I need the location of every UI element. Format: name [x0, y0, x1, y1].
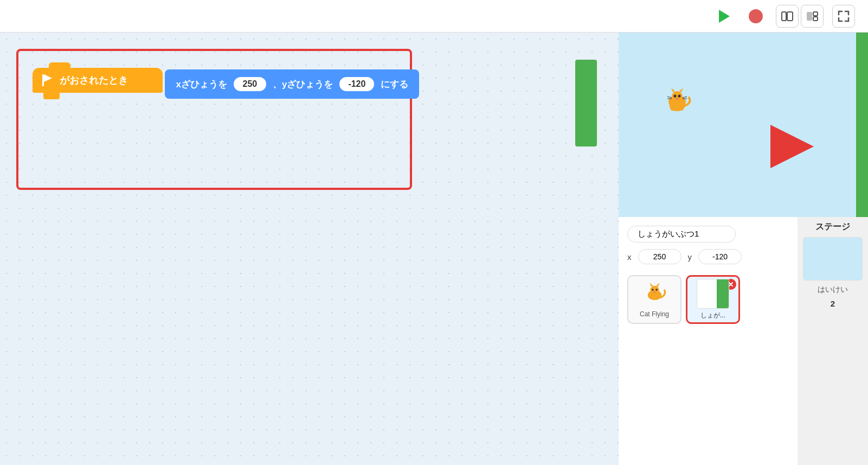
event-block[interactable]: がおされたとき: [33, 68, 163, 93]
top-bar: [0, 0, 868, 33]
svg-marker-8: [44, 74, 52, 82]
sprite-thumbnails: Cat Flying: [627, 271, 789, 328]
sprite-name-input[interactable]: [627, 226, 736, 243]
svg-rect-6: [813, 17, 818, 21]
svg-point-13: [674, 95, 677, 98]
stop-button[interactable]: [744, 5, 767, 28]
svg-rect-2: [782, 12, 786, 21]
cat-sprite: [662, 87, 692, 116]
cat-flying-sprite-thumb[interactable]: Cat Flying: [627, 275, 681, 324]
svg-point-1: [749, 9, 763, 23]
svg-point-24: [650, 286, 659, 295]
svg-marker-11: [671, 88, 675, 92]
svg-marker-0: [719, 10, 730, 23]
stage-preview[interactable]: [619, 33, 868, 217]
motion-block[interactable]: xざひょうを 250 、yざひょうを -120 にする: [165, 69, 419, 99]
background-label: はいけい: [818, 285, 848, 295]
svg-rect-7: [42, 74, 44, 86]
motion-y-value[interactable]: -120: [339, 77, 374, 91]
x-coord-input[interactable]: [638, 249, 681, 264]
y-label: y: [688, 252, 692, 262]
stage-right-panel: ステージ はいけい 2: [798, 217, 868, 465]
motion-separator: 、yざひょうを: [273, 78, 333, 91]
svg-line-18: [683, 97, 687, 98]
motion-suffix: にする: [381, 78, 408, 91]
stage-green-wall: [856, 33, 868, 217]
svg-point-29: [653, 291, 656, 293]
svg-marker-25: [650, 283, 653, 286]
motion-x-prefix: xざひょうを: [176, 78, 227, 91]
svg-point-28: [655, 289, 658, 291]
svg-point-15: [676, 98, 679, 100]
y-coord-input[interactable]: [698, 249, 742, 264]
svg-rect-22: [679, 107, 683, 111]
code-area[interactable]: がおされたとき xざひょうを 250 、yざひょうを -120 にする: [0, 33, 619, 465]
cat-flying-icon: [641, 281, 668, 308]
svg-point-10: [672, 91, 683, 102]
sprite-info-panel: x y: [619, 217, 798, 465]
svg-point-14: [678, 95, 681, 98]
svg-marker-26: [656, 283, 659, 286]
cat-flying-label: Cat Flying: [640, 310, 669, 318]
svg-line-16: [667, 97, 672, 98]
obstacle-sprite-thumb[interactable]: しょが...: [686, 275, 740, 324]
layout-btn-1[interactable]: [776, 5, 799, 28]
blocks-container: がおされたとき xざひょうを 250 、yざひょうを -120 にする: [33, 65, 419, 99]
main-content: がおされたとき xざひょうを 250 、yざひょうを -120 にする: [0, 33, 868, 465]
flag-icon: [40, 73, 54, 87]
svg-rect-3: [787, 12, 793, 21]
svg-rect-5: [813, 12, 818, 16]
obstacle-label: しょが...: [700, 311, 725, 320]
right-panel: x y: [619, 33, 868, 465]
layout-buttons: [776, 5, 824, 28]
stage-thumbnail[interactable]: [803, 237, 863, 281]
svg-marker-12: [679, 88, 683, 92]
motion-x-value[interactable]: 250: [234, 77, 266, 91]
svg-point-27: [652, 289, 654, 291]
svg-rect-21: [671, 107, 674, 111]
background-number: 2: [831, 299, 835, 308]
green-obstacle-rect: [575, 60, 597, 146]
stage-label: ステージ: [815, 221, 850, 233]
svg-rect-4: [807, 12, 812, 21]
coord-row: x y: [627, 249, 789, 264]
fullscreen-button[interactable]: [832, 5, 855, 28]
x-label: x: [627, 252, 632, 262]
sprite-name-row: [627, 226, 789, 243]
green-flag-button[interactable]: [713, 5, 736, 28]
event-block-text: がおされたとき: [60, 74, 128, 87]
layout-btn-2[interactable]: [801, 5, 824, 28]
bottom-panel: x y: [619, 217, 868, 465]
stage-arrow: [770, 125, 814, 168]
obstacle-thumb-inner: [697, 279, 729, 309]
